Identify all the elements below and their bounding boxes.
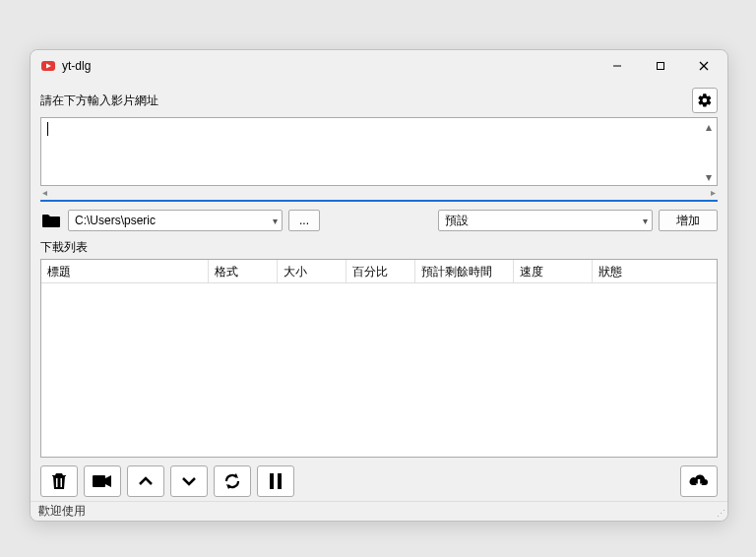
svg-rect-3 bbox=[658, 63, 664, 70]
move-down-button[interactable] bbox=[170, 465, 208, 497]
play-button[interactable] bbox=[84, 465, 121, 497]
delete-button[interactable] bbox=[40, 465, 78, 497]
path-select[interactable]: C:\Users\pseric ▾ bbox=[68, 210, 283, 231]
scroll-down-icon[interactable]: ▾ bbox=[700, 168, 717, 185]
app-icon bbox=[40, 58, 56, 74]
svg-rect-12 bbox=[270, 473, 274, 489]
table-body[interactable] bbox=[41, 283, 717, 457]
cloud-download-icon bbox=[688, 473, 710, 489]
pause-icon bbox=[269, 473, 283, 489]
svg-rect-8 bbox=[93, 475, 105, 487]
format-select[interactable]: 預設 ▾ bbox=[438, 210, 653, 231]
gear-icon bbox=[697, 93, 713, 108]
url-label: 請在下方輸入影片網址 bbox=[40, 93, 158, 109]
chevron-up-icon bbox=[138, 475, 154, 487]
maximize-button[interactable] bbox=[639, 51, 682, 81]
refresh-icon bbox=[223, 472, 241, 490]
col-size[interactable]: 大小 bbox=[278, 260, 346, 282]
download-table: 標題 格式 大小 百分比 預計剩餘時間 速度 狀態 bbox=[40, 259, 718, 458]
col-pct[interactable]: 百分比 bbox=[346, 260, 415, 282]
svg-marker-14 bbox=[696, 484, 703, 489]
chevron-down-icon: ▾ bbox=[643, 216, 648, 226]
reload-button[interactable] bbox=[214, 465, 251, 497]
pause-button[interactable] bbox=[257, 465, 294, 497]
list-label: 下載列表 bbox=[40, 239, 718, 256]
svg-rect-15 bbox=[698, 479, 700, 484]
col-format[interactable]: 格式 bbox=[209, 260, 278, 282]
content-area: 請在下方輸入影片網址 ▴ ▾ ◂ ▸ C:\Users\pseric ▾ bbox=[31, 82, 727, 501]
move-up-button[interactable] bbox=[127, 465, 164, 497]
window-title: yt-dlg bbox=[62, 59, 91, 73]
folder-icon bbox=[40, 210, 62, 231]
browse-label: ... bbox=[299, 214, 309, 227]
text-caret bbox=[47, 122, 48, 136]
format-value: 預設 bbox=[445, 213, 469, 229]
path-value: C:\Users\pseric bbox=[75, 214, 156, 227]
section-divider bbox=[40, 200, 718, 202]
table-header: 標題 格式 大小 百分比 預計剩餘時間 速度 狀態 bbox=[41, 260, 717, 283]
col-eta[interactable]: 預計剩餘時間 bbox=[415, 260, 514, 282]
close-button[interactable] bbox=[682, 51, 725, 81]
scroll-up-icon[interactable]: ▴ bbox=[700, 118, 717, 135]
svg-marker-9 bbox=[105, 475, 111, 487]
trash-icon bbox=[51, 472, 67, 490]
chevron-down-icon bbox=[181, 475, 197, 487]
status-bar: 歡迎使用 ⋰ bbox=[31, 501, 727, 521]
svg-rect-6 bbox=[56, 478, 58, 487]
camera-icon bbox=[93, 474, 112, 488]
titlebar: yt-dlg bbox=[31, 50, 727, 82]
col-speed[interactable]: 速度 bbox=[514, 260, 593, 282]
col-title[interactable]: 標題 bbox=[41, 260, 209, 282]
svg-rect-7 bbox=[61, 478, 63, 487]
resize-grip[interactable]: ⋰ bbox=[717, 509, 724, 519]
chevron-down-icon: ▾ bbox=[273, 216, 278, 226]
browse-button[interactable]: ... bbox=[288, 210, 320, 231]
download-button[interactable] bbox=[680, 465, 718, 497]
minimize-button[interactable] bbox=[596, 51, 639, 81]
status-text: 歡迎使用 bbox=[38, 503, 86, 520]
url-input[interactable]: ▴ ▾ bbox=[40, 117, 718, 186]
svg-rect-13 bbox=[278, 473, 282, 489]
settings-button[interactable] bbox=[692, 88, 718, 113]
scroll-left-icon: ◂ bbox=[42, 187, 47, 198]
scroll-right-icon: ▸ bbox=[711, 187, 716, 198]
col-status[interactable]: 狀態 bbox=[593, 260, 717, 282]
add-label: 增加 bbox=[676, 213, 700, 229]
add-button[interactable]: 增加 bbox=[659, 210, 718, 231]
app-window: yt-dlg 請在下方輸入影片網址 ▴ ▾ ◂ ▸ bbox=[30, 49, 728, 522]
horizontal-scrollbar[interactable]: ◂ ▸ bbox=[40, 186, 718, 198]
